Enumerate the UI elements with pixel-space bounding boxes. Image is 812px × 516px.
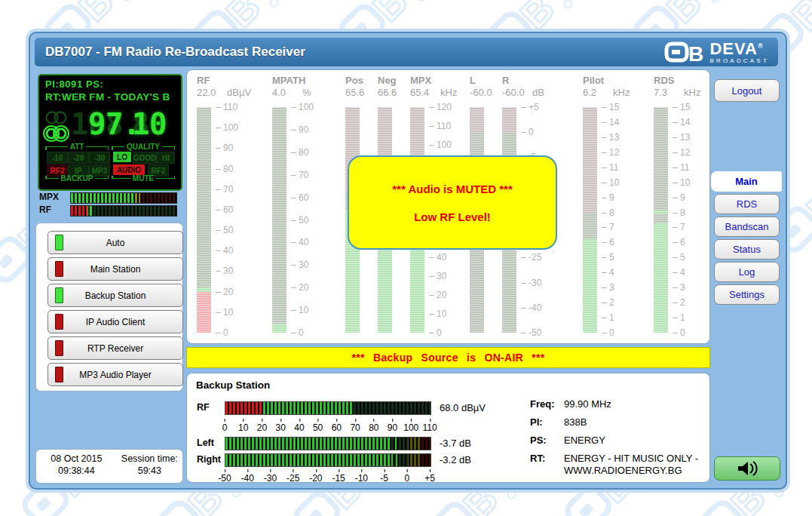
meter-value-pos: 65.6 xyxy=(345,87,375,98)
meter-tick-pilot-8: – 8 xyxy=(602,207,614,218)
meter-tick-pilot-14: – 14 xyxy=(602,117,619,127)
meter-tick-rf-100: – 100 xyxy=(216,122,238,133)
frequency-digit: 89 xyxy=(88,106,106,143)
listen-speaker-button[interactable] xyxy=(714,456,780,481)
meter-tick-rds-0: – 0 xyxy=(673,327,685,338)
onair-banner: *** Backup Source is ON-AIR *** xyxy=(186,347,710,368)
session-time-label: Session time: xyxy=(117,453,182,464)
tab-settings[interactable]: Settings xyxy=(714,284,780,305)
backup-info-label-pi: PI: xyxy=(530,416,543,428)
meter-label-rds: RDS xyxy=(654,75,674,86)
meter-label-rf: RF xyxy=(197,75,210,86)
meter-value-rf: 22.0dBµV xyxy=(197,87,251,98)
backup-bracket: BACKUP xyxy=(45,174,109,183)
meter-tick-rds-13: – 13 xyxy=(673,132,690,143)
speaker-icon xyxy=(736,459,758,478)
lcd-indicator-quality-hi: HI xyxy=(157,152,175,164)
quality-bracket: QUALITY xyxy=(112,143,175,151)
meter-tick-pilot-0: – 0 xyxy=(602,327,614,338)
backup-info-value-pi: 838B xyxy=(564,416,726,428)
meter-tick-rf-60: – 60 xyxy=(216,204,233,215)
meter-tick-rf-0: – 0 xyxy=(216,327,228,338)
mute-bracket: MUTE xyxy=(112,174,175,183)
meter-tick-rds-4: – 4 xyxy=(673,267,685,278)
meter-tick-rds-5: – 5 xyxy=(673,252,685,263)
frequency-digit: 1 xyxy=(71,106,88,143)
meter-tick-pilot-3: – 3 xyxy=(602,282,614,293)
logout-button[interactable]: Logout xyxy=(714,79,780,102)
tab-log[interactable]: Log xyxy=(714,262,780,282)
backup-info-label-rt: RT: xyxy=(530,453,545,464)
deva-db-monogram-icon: B xyxy=(664,41,705,63)
source-button-backup-station[interactable]: Backup Station xyxy=(47,284,183,307)
lcd-indicator-mute-audio: AUDIO xyxy=(113,164,145,175)
meter-value-r: -60.0dB xyxy=(502,87,544,98)
att-bracket: ATT xyxy=(45,143,109,151)
session-time-value: 59:43 xyxy=(117,465,182,476)
meter-tick-mpath-60: – 60 xyxy=(291,192,308,203)
backup-info-label-ps: PS: xyxy=(530,435,547,446)
source-button-mp3-audio-player[interactable]: MP3 Audio Player xyxy=(47,363,183,386)
tab-main[interactable]: Main xyxy=(711,171,782,192)
source-button-auto[interactable]: Auto xyxy=(47,231,183,254)
meter-tick-rds-7: – 7 xyxy=(673,222,685,232)
backup-meter-label-right: Right xyxy=(197,454,221,465)
green-led-icon xyxy=(55,287,63,303)
meter-value-mpath: 4.0% xyxy=(272,87,311,98)
mini-meter-label-mpx: MPX xyxy=(39,192,59,202)
meter-bar-pilot xyxy=(583,107,597,333)
red-led-icon xyxy=(55,314,63,330)
green-led-icon xyxy=(55,235,63,250)
meter-tick-r-25: – -25 xyxy=(521,252,541,263)
meter-label-r: R xyxy=(502,75,509,86)
header-bar: DB7007 - FM Radio Re-Broadcast Receiver … xyxy=(35,38,778,66)
date-label: 08 Oct 2015 xyxy=(36,453,117,464)
lcd-pi-ps-line: PI:8091 PS: xyxy=(45,78,103,90)
lcd-rt-line: RT:WER FM - TODAY'S B xyxy=(45,91,170,103)
backup-info-value-freq: 99.90 MHz xyxy=(564,398,726,410)
red-led-icon xyxy=(55,340,63,356)
lcd-indicator-att-20: -20 xyxy=(68,152,89,164)
mini-meter-bar-rf xyxy=(70,205,177,217)
meter-tick-rf-20: – 20 xyxy=(216,287,233,297)
tab-bandscan[interactable]: Bandscan xyxy=(714,217,780,237)
deva-logo: B DEVA® BROADCAST xyxy=(664,41,778,64)
source-button-main-station[interactable]: Main Station xyxy=(47,257,183,281)
backup-meter-label-left: Left xyxy=(197,438,214,448)
source-button-rtp-receiver[interactable]: RTP Receiver xyxy=(47,336,183,360)
meter-tick-mpath-90: – 90 xyxy=(291,124,308,135)
app-window: DB7007 - FM Radio Re-Broadcast Receiver … xyxy=(29,32,787,490)
svg-text:B: B xyxy=(218,0,269,36)
meter-value-mpx: 65.4kHz xyxy=(410,87,457,98)
backup-station-panel: Backup Station RF68.0 dBµVLeft-3.7 dBRig… xyxy=(186,373,710,483)
meter-tick-pilot-10: – 10 xyxy=(602,177,619,188)
meter-label-l: L xyxy=(470,75,476,86)
meter-label-mpath: MPATH xyxy=(272,75,305,86)
meter-tick-mpath-30: – 30 xyxy=(291,260,308,270)
backup-meter-value-right: -3.2 dB xyxy=(440,454,471,465)
meter-tick-pilot-12: – 12 xyxy=(602,147,619,158)
tab-rds[interactable]: RDS xyxy=(714,194,780,214)
source-button-ip-audio-client[interactable]: IP Audio Client xyxy=(47,310,183,333)
frequency-digit: 81 xyxy=(132,106,149,143)
backup-info-value-ps: ENERGY xyxy=(564,435,726,447)
meter-tick-mpath-50: – 50 xyxy=(291,215,308,226)
meter-tick-rf-10: – 10 xyxy=(216,307,233,318)
tuner-meters-panel: RF22.0dBµV– 110– 100– 90– 80– 70– 60– 50… xyxy=(186,69,710,344)
meter-tick-rf-90: – 90 xyxy=(216,143,233,153)
meter-tick-r-30: – -30 xyxy=(521,278,541,288)
alert-line1: *** Audio is MUTED *** xyxy=(392,183,512,195)
frequency-digit: .. xyxy=(123,106,132,143)
backup-meter-bar-rf xyxy=(225,401,431,415)
meter-tick-mpath-70: – 70 xyxy=(291,170,308,180)
meter-bar-rf xyxy=(197,107,211,333)
meter-tick-rds-15: – 15 xyxy=(673,102,690,112)
backup-meter-value-left: -3.7 dB xyxy=(440,438,471,449)
meter-tick-rf-70: – 70 xyxy=(216,184,233,195)
tab-status[interactable]: Status xyxy=(714,239,780,260)
meter-value-l: -60.0 xyxy=(470,87,500,98)
source-buttons-panel: AutoMain StationBackup StationIP Audio C… xyxy=(35,223,183,392)
meter-tick-rds-9: – 9 xyxy=(673,192,685,203)
meter-value-neg: 66.6 xyxy=(378,87,408,98)
meter-tick-pilot-7: – 7 xyxy=(602,222,614,232)
